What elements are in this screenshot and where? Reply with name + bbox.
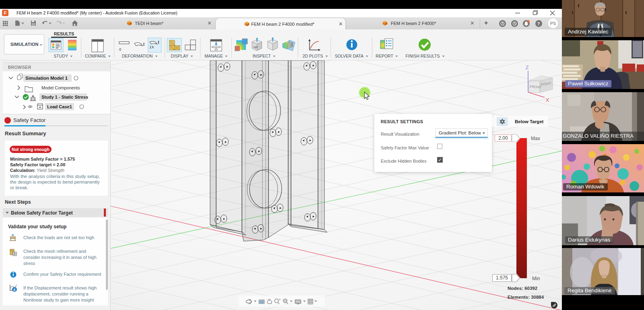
- svg-text:1X: 1X: [149, 45, 154, 49]
- svg-text:?: ?: [537, 22, 540, 26]
- svg-text:xyz: xyz: [253, 45, 258, 49]
- svg-text:FRONT: FRONT: [530, 85, 542, 89]
- svg-text:±: ±: [279, 298, 281, 301]
- svg-text:I: I: [158, 40, 159, 45]
- svg-text:Z: Z: [526, 65, 528, 70]
- svg-text:I: I: [143, 42, 144, 47]
- svg-text:X: X: [546, 97, 549, 103]
- svg-text:0: 0: [119, 48, 121, 52]
